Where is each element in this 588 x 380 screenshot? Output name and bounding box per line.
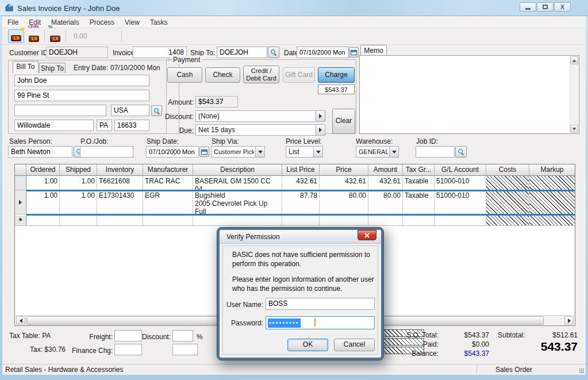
bill-state-field[interactable]: PA xyxy=(97,120,112,131)
bill-name-field[interactable]: John Doe xyxy=(14,75,149,86)
price-level-button[interactable]: 1.0 LEVEL xyxy=(26,29,41,43)
cell-tax-group[interactable]: Taxable xyxy=(403,176,435,190)
cell-manufacturer[interactable]: TRAC RAC xyxy=(143,176,193,190)
cell-price[interactable]: 80.00 xyxy=(320,190,368,214)
sales-person-field[interactable]: Beth Newton xyxy=(8,146,72,158)
minimize-button[interactable] xyxy=(520,2,536,11)
col-description[interactable]: Description xyxy=(193,164,282,176)
cell-empty[interactable] xyxy=(368,216,403,226)
memo-scroll-down-button[interactable] xyxy=(570,125,578,133)
col-price[interactable]: Price xyxy=(320,164,368,176)
job-id-lookup-button[interactable] xyxy=(455,146,467,158)
job-id-field[interactable] xyxy=(416,146,455,158)
col-tax-group[interactable]: Tax Gr... xyxy=(403,164,435,176)
date-field[interactable]: 07/10/2000 Mon xyxy=(297,47,349,58)
current-row-selector[interactable] xyxy=(15,190,26,214)
discount-percent-field[interactable] xyxy=(172,330,193,341)
grid-row-2-selected[interactable]: 1.00 1.00 E17301430 EGR Bugshield 2005 C… xyxy=(15,190,575,214)
bill-country-field[interactable]: USA xyxy=(111,105,149,116)
menu-process[interactable]: Process xyxy=(84,17,120,28)
resize-grip[interactable] xyxy=(579,369,584,373)
tab-bill-to[interactable]: Bill To xyxy=(13,61,39,73)
cell-description[interactable]: Bugshield 2005 Chevrolet Pick Up Full Si… xyxy=(193,190,282,214)
col-inventory[interactable]: Inventory xyxy=(97,164,143,176)
cell-gl-account[interactable]: 51000-010 xyxy=(435,176,486,190)
due-combo[interactable]: Net 15 days xyxy=(195,124,325,136)
cell-ordered[interactable]: 1.00 xyxy=(26,176,60,190)
tab-memo[interactable]: Memo xyxy=(360,45,387,56)
cancel-button[interactable]: Cancel xyxy=(334,339,375,351)
tab-ship-to[interactable]: Ship To xyxy=(39,63,66,73)
cell-empty[interactable] xyxy=(97,216,143,226)
price-tag-star-button[interactable]: 1.0 xyxy=(8,29,24,43)
row-selector[interactable] xyxy=(15,176,26,190)
check-button[interactable]: Check xyxy=(205,67,240,83)
bill-zip-field[interactable]: 16633 xyxy=(114,120,149,131)
clear-button[interactable]: Clear xyxy=(332,109,355,134)
password-field[interactable]: ••••••••• xyxy=(266,316,375,329)
grid-row-1[interactable]: 1.00 1.00 T6621608 TRAC RAC BASERAIL GM … xyxy=(15,176,575,190)
cell-ordered[interactable]: 1.00 xyxy=(26,190,60,214)
scroll-left-button[interactable] xyxy=(16,316,25,325)
cell-empty[interactable] xyxy=(435,216,486,226)
cell-inventory[interactable]: E17301430 xyxy=(97,190,143,214)
ok-button[interactable]: OK xyxy=(287,339,328,351)
ship-date-calendar-button[interactable] xyxy=(199,147,209,157)
scroll-right-button[interactable] xyxy=(564,316,574,325)
cell-amount[interactable]: 80.00 xyxy=(368,190,403,214)
bill-address2-field[interactable] xyxy=(14,105,106,116)
col-ordered[interactable]: Ordered xyxy=(26,164,60,176)
charge-button[interactable]: Charge xyxy=(318,67,355,83)
cell-amount[interactable]: 432.61 xyxy=(368,176,403,190)
warehouse-dropdown-button[interactable] xyxy=(389,147,398,157)
price-level-combo[interactable]: List xyxy=(286,146,323,158)
ship-via-combo[interactable]: Customer Pickup xyxy=(211,146,265,158)
memo-scrollbar[interactable] xyxy=(570,56,578,133)
discount-amount-field[interactable] xyxy=(172,344,198,355)
menu-tasks[interactable]: Tasks xyxy=(145,17,173,28)
col-gl-account[interactable]: G/L Account xyxy=(435,164,486,176)
col-markup[interactable]: Markup xyxy=(529,164,575,176)
col-shipped[interactable]: Shipped xyxy=(60,164,97,176)
col-manufacturer[interactable]: Manufacturer xyxy=(143,164,193,176)
discount-combo[interactable]: (None) xyxy=(195,110,325,122)
cell-empty[interactable] xyxy=(282,216,320,226)
bill-address1-field[interactable]: 99 Pine St xyxy=(14,90,149,101)
price-level-dropdown-button[interactable] xyxy=(313,147,322,157)
cell-empty[interactable] xyxy=(320,216,368,226)
credit-debit-card-button[interactable]: Credit / Debit Card xyxy=(243,66,279,83)
ship-to-field[interactable]: DOEJOH xyxy=(217,47,267,58)
discount-expand-button[interactable] xyxy=(316,111,325,121)
cell-inventory[interactable]: T6621608 xyxy=(97,176,143,190)
cell-shipped[interactable]: 1.00 xyxy=(60,176,97,190)
cell-list-price[interactable]: 432.61 xyxy=(282,176,320,190)
user-name-field[interactable]: BOSS xyxy=(266,298,375,310)
cell-gl-account[interactable]: 51000-010 xyxy=(435,190,486,214)
ship-via-dropdown-button[interactable] xyxy=(255,147,264,157)
memo-scroll-up-button[interactable] xyxy=(570,56,578,64)
cell-list-price[interactable]: 87.78 xyxy=(282,190,320,214)
maximize-button[interactable] xyxy=(537,2,554,11)
cell-empty[interactable] xyxy=(60,216,97,226)
col-costs[interactable]: Costs xyxy=(486,164,529,176)
cell-empty[interactable] xyxy=(193,216,282,226)
menu-file[interactable]: File xyxy=(2,17,24,28)
due-expand-button[interactable] xyxy=(316,125,325,135)
cell-empty[interactable] xyxy=(143,216,193,226)
col-list-price[interactable]: List Price xyxy=(282,164,320,176)
po-job-field[interactable] xyxy=(80,146,133,158)
warehouse-combo[interactable]: GENERAL xyxy=(356,146,399,158)
cell-tax-group[interactable]: Taxable xyxy=(403,190,435,214)
cell-manufacturer[interactable]: EGR xyxy=(143,190,193,214)
bill-city-field[interactable]: Willowdale xyxy=(14,120,94,131)
cell-shipped[interactable]: 1.00 xyxy=(60,190,97,214)
ship-date-field[interactable]: 07/10/2000 Mon xyxy=(146,146,199,158)
close-button[interactable]: X xyxy=(554,2,571,11)
grid-new-row[interactable]: * xyxy=(15,216,575,226)
cell-empty[interactable] xyxy=(403,216,435,226)
col-amount[interactable]: Amount xyxy=(368,164,403,176)
cell-empty[interactable] xyxy=(26,216,60,226)
cash-button[interactable]: Cash xyxy=(167,67,202,83)
finance-chg-field[interactable] xyxy=(114,344,142,355)
dialog-title-bar[interactable]: Verify Permission xyxy=(220,230,381,244)
